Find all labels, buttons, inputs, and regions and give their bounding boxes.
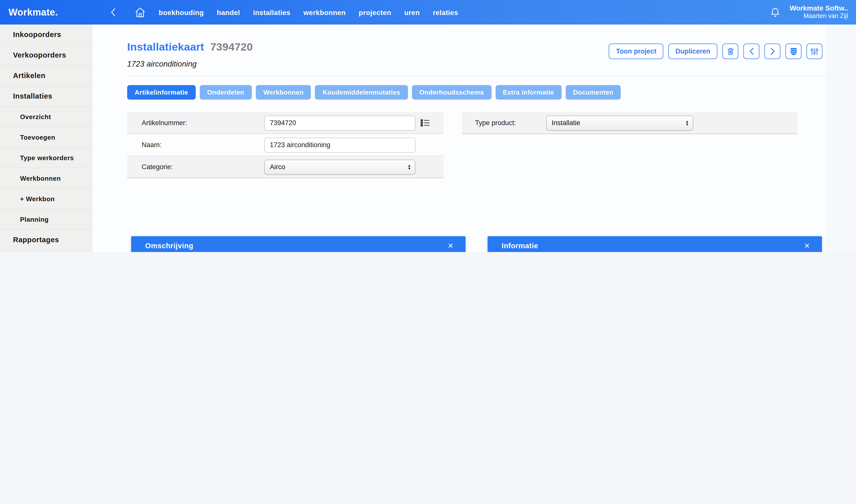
nav-item-boekhouding[interactable]: boekhouding [159,8,204,16]
nav-item-handel[interactable]: handel [217,8,240,16]
type-product-row: Type product: Installatie ▲▼ [462,112,798,134]
categorie-label: Categorie: [127,163,264,171]
page-title-number: 7394720 [210,41,253,53]
sidebar-item-verkooporders[interactable]: Verkooporders [0,45,93,66]
sidebar-item-voorraadbeheer[interactable]: Voorraadbeheer [0,250,93,252]
nav-item-installaties[interactable]: installaties [253,8,290,16]
article-list-icon[interactable] [421,119,430,127]
nav-item-projecten[interactable]: projecten [359,8,391,16]
app: Workmate. boekhouding handel installatie… [0,0,856,252]
delete-button[interactable] [723,43,738,59]
account-company: Workmate Softw.. [790,4,848,13]
tab-documenten[interactable]: Documenten [566,85,621,100]
sidebar-item-plus-werkbon[interactable]: + Werkbon [0,189,93,209]
notes-stack-button[interactable] [785,43,801,59]
page-subtitle: 1723 airconditioning [127,59,197,69]
omschrijving-panel-header: Omschrijving ✕ [131,236,466,252]
content-right-gutter [826,24,856,252]
type-product-label: Type product: [462,119,546,127]
tab-onderhoudsschema[interactable]: Onderhoudsschema [412,85,491,100]
nav-item-relaties[interactable]: relaties [433,8,458,16]
tab-artikelinformatie[interactable]: Artikelinformatie [127,85,195,100]
page-title: Installatiekaart 7394720 [127,41,253,54]
article-form: Artikelnummer: Naam: Categorie: Airco ▲▼ [127,112,444,178]
next-record-button[interactable] [764,43,780,59]
main-content: Installatiekaart 7394720 1723 airconditi… [93,24,856,252]
type-product-form: Type product: Installatie ▲▼ [462,112,798,134]
categorie-row: Categorie: Airco ▲▼ [127,156,444,178]
categorie-value: Airco [270,163,408,171]
informatie-panel-header: Informatie ✕ [487,236,822,252]
account-user: Maarten van Zijl [790,13,848,20]
artikelnummer-label: Artikelnummer: [127,119,264,127]
duplicate-button[interactable]: Dupliceren [668,43,717,59]
artikelnummer-input[interactable] [264,115,415,130]
account-menu[interactable]: Workmate Softw.. Maarten van Zijl [790,4,848,20]
home-icon[interactable] [133,6,147,19]
select-arrows-icon: ▲▼ [408,164,411,170]
informatie-panel: Informatie ✕ Eigendom van relatie: Type … [487,236,822,252]
sidebar-item-overzicht[interactable]: Overzicht [0,107,93,127]
topbar-collapse-chevron-icon[interactable] [108,7,119,18]
sidebar-item-inkooporders[interactable]: Inkooporders [0,24,93,45]
tab-extra-informatie[interactable]: Extra informatie [495,85,561,100]
artikelnummer-row: Artikelnummer: [127,112,444,134]
sidebar: Inkooporders Verkooporders Artikelen Ins… [0,24,93,252]
nav-item-werkbonnen[interactable]: werkbonnen [303,8,346,16]
tab-koudemiddelenmutaties[interactable]: Koudemiddelenmutaties [315,85,408,100]
categorie-select[interactable]: Airco ▲▼ [264,159,415,175]
action-toolbar: Toon project Dupliceren [609,43,822,59]
notifications-bell-icon[interactable] [770,7,781,18]
informatie-panel-title: Informatie [502,242,801,250]
select-arrows-icon: ▲▼ [685,120,689,126]
type-product-value: Installatie [552,119,685,127]
sidebar-item-type-werkorders[interactable]: Type werkorders [0,148,93,168]
sidebar-item-artikelen[interactable]: Artikelen [0,66,93,86]
show-project-button[interactable]: Toon project [609,43,663,59]
tab-bar: Artikelinformatie Onderdelen Werkbonnen … [127,85,621,100]
previous-record-button[interactable] [743,43,760,59]
tab-onderdelen[interactable]: Onderdelen [199,85,252,100]
workmate-logo: Workmate. [8,7,64,18]
topbar: Workmate. boekhouding handel installatie… [0,0,856,24]
type-product-select[interactable]: Installatie ▲▼ [546,115,693,130]
naam-label: Naam: [127,141,264,149]
close-icon[interactable]: ✕ [801,241,813,251]
sidebar-item-planning[interactable]: Planning [0,209,93,230]
omschrijving-panel-title: Omschrijving [145,242,445,250]
sidebar-item-toevoegen[interactable]: Toevoegen [0,127,93,148]
topbar-nav: boekhouding handel installaties werkbonn… [159,8,458,16]
sidebar-item-werkbonnen[interactable]: Werkbonnen [0,168,93,189]
naam-row: Naam: [127,134,444,156]
title-divider [127,76,826,76]
settings-sliders-button[interactable] [806,43,822,59]
close-icon[interactable]: ✕ [445,241,457,251]
sidebar-item-installaties[interactable]: Installaties [0,86,93,107]
nav-item-uren[interactable]: uren [404,8,420,16]
omschrijving-panel: Omschrijving ✕ Status: In bedrijf ▲▼ Oms… [131,236,466,252]
naam-input[interactable] [264,138,415,152]
sidebar-item-rapportages[interactable]: Rapportages [0,230,93,250]
page-title-label: Installatiekaart [127,41,204,53]
tab-werkbonnen[interactable]: Werkbonnen [256,85,311,100]
